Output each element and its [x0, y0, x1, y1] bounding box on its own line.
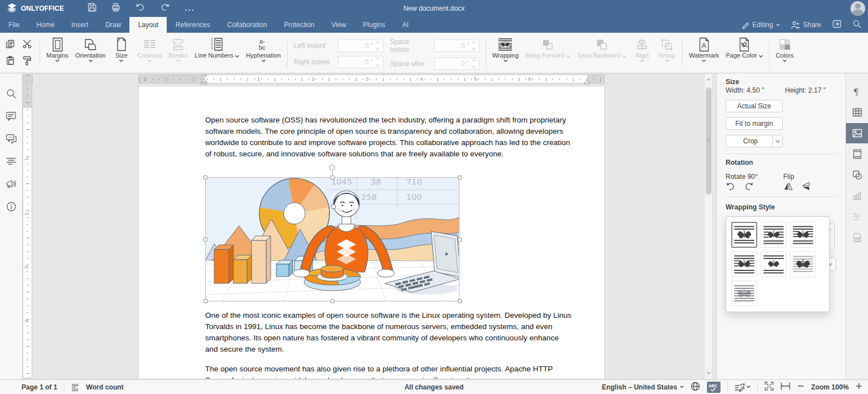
- flip-horizontal-button[interactable]: [783, 182, 793, 192]
- resize-handle-n[interactable]: [331, 176, 335, 180]
- wrapping-style-square[interactable]: [761, 222, 787, 248]
- tab-plugins[interactable]: Plugins: [354, 17, 393, 33]
- orientation-button[interactable]: Orientation: [72, 34, 109, 73]
- document-scrollbar[interactable]: [704, 74, 712, 379]
- horizontal-ruler[interactable]: 1 1 2 3 4 5 6: [138, 75, 605, 84]
- shape-settings-icon[interactable]: [846, 165, 868, 185]
- image-settings-icon[interactable]: [846, 123, 868, 143]
- save-button[interactable]: [88, 3, 97, 14]
- tab-layout[interactable]: Layout: [129, 17, 167, 33]
- paragraph[interactable]: The open source movement has also given …: [205, 364, 574, 379]
- fit-to-width-icon[interactable]: [780, 382, 791, 392]
- paste-icon[interactable]: [6, 56, 15, 68]
- tab-file[interactable]: File: [0, 17, 28, 33]
- rotate-ccw-button[interactable]: [726, 182, 736, 192]
- resize-handle-s[interactable]: [331, 299, 335, 303]
- page-color-button[interactable]: Page Color: [722, 34, 766, 73]
- tab-ai[interactable]: AI: [394, 17, 417, 33]
- resize-handle-se[interactable]: [458, 299, 462, 303]
- size-button[interactable]: Size: [109, 34, 134, 73]
- breaks-button: Breaks: [165, 34, 191, 73]
- page-number-label[interactable]: Page 1 of 1: [21, 383, 57, 391]
- chevron-down-icon[interactable]: [772, 135, 782, 147]
- right-indent-marker[interactable]: [584, 79, 591, 85]
- indent-marker[interactable]: [201, 75, 207, 85]
- format-painter-icon[interactable]: [23, 56, 32, 68]
- wrapping-style-inline[interactable]: [731, 222, 757, 248]
- zoom-level-label[interactable]: Zoom 100%: [811, 383, 849, 391]
- about-icon[interactable]: [0, 195, 23, 218]
- fit-to-page-icon[interactable]: [765, 382, 774, 392]
- more-actions-button[interactable]: [185, 3, 194, 14]
- copy-icon[interactable]: [6, 40, 15, 51]
- wrapping-style-tight[interactable]: [790, 222, 816, 248]
- tab-home[interactable]: Home: [28, 17, 63, 33]
- word-count-label[interactable]: Word count: [86, 383, 123, 391]
- print-button[interactable]: [111, 3, 120, 14]
- wrapping-style-through[interactable]: [731, 251, 757, 277]
- scrollbar-thumb[interactable]: [706, 87, 711, 195]
- image-selection-frame[interactable]: [205, 177, 459, 301]
- cut-icon[interactable]: [23, 40, 32, 51]
- zoom-out-icon[interactable]: [797, 383, 804, 391]
- wrapping-style-top-and-bottom[interactable]: [761, 251, 787, 277]
- search-icon[interactable]: [853, 20, 861, 30]
- tab-collaboration[interactable]: Collaboration: [219, 17, 276, 33]
- resize-handle-e[interactable]: [458, 238, 462, 242]
- navigation-headings-icon[interactable]: [0, 150, 23, 173]
- onlyoffice-logo-icon: [7, 3, 17, 14]
- resize-handle-nw[interactable]: [203, 176, 207, 180]
- colors-button[interactable]: Colors: [772, 34, 797, 73]
- language-selector[interactable]: English – United States: [602, 383, 684, 391]
- spell-checking-icon[interactable]: ABC: [707, 382, 721, 393]
- redo-button[interactable]: [160, 3, 170, 14]
- tab-protection[interactable]: Protection: [276, 17, 323, 33]
- editing-mode-button[interactable]: Editing: [741, 21, 780, 29]
- resize-handle-sw[interactable]: [203, 299, 207, 303]
- find-search-icon[interactable]: [0, 82, 23, 105]
- share-button[interactable]: Share: [791, 21, 821, 29]
- tab-draw[interactable]: Draw: [97, 17, 129, 33]
- wrapping-style-behind[interactable]: [731, 281, 757, 307]
- tab-view[interactable]: View: [323, 17, 355, 33]
- margins-button[interactable]: Margins: [43, 34, 72, 73]
- zoom-in-icon[interactable]: [856, 383, 862, 391]
- wrapping-style-in-front[interactable]: [790, 251, 816, 277]
- scroll-up-icon[interactable]: [706, 77, 711, 82]
- resize-handle-w[interactable]: [203, 238, 207, 242]
- crop-button[interactable]: Crop: [726, 135, 783, 147]
- rotate-handle[interactable]: [329, 165, 335, 170]
- rotate-cw-button[interactable]: [744, 182, 754, 192]
- headers-footers-settings-icon[interactable]: [846, 144, 868, 164]
- line-numbers-button[interactable]: 123 Line Numbers: [192, 34, 243, 73]
- comments-icon[interactable]: [0, 105, 23, 128]
- app-logo[interactable]: ONLYOFFICE: [7, 3, 64, 14]
- tab-insert[interactable]: Insert: [63, 17, 97, 33]
- left-sidebar: [0, 73, 23, 379]
- user-avatar[interactable]: [850, 1, 865, 16]
- spinner-icon: [471, 59, 477, 68]
- svg-text:2: 2: [211, 42, 213, 46]
- paragraph[interactable]: One of the most iconic examples of open …: [205, 310, 574, 355]
- paragraph-settings-icon[interactable]: ¶: [846, 81, 868, 102]
- paragraph[interactable]: Open source software (OSS) has revolutio…: [205, 115, 574, 160]
- watermark-button[interactable]: A Watermark: [685, 34, 722, 73]
- review-changes-button[interactable]: [735, 383, 750, 392]
- table-settings-icon[interactable]: [846, 102, 868, 122]
- tab-references[interactable]: References: [167, 17, 218, 33]
- hyphenation-button[interactable]: a-bc Hyphenation: [242, 34, 284, 73]
- scroll-down-icon[interactable]: [706, 371, 711, 375]
- send-backward-icon: [595, 37, 609, 52]
- document-page[interactable]: Open source software (OSS) has revolutio…: [138, 86, 605, 379]
- set-document-language-icon[interactable]: [691, 382, 700, 393]
- fit-to-margin-button[interactable]: Fit to margin: [726, 117, 783, 130]
- feedback-icon[interactable]: [0, 173, 23, 195]
- open-file-location-button[interactable]: [832, 20, 841, 30]
- wrapping-button[interactable]: Wrapping: [489, 34, 522, 73]
- actual-size-button[interactable]: Actual Size: [726, 100, 783, 112]
- undo-button[interactable]: [135, 3, 145, 14]
- flip-vertical-button[interactable]: [801, 182, 811, 192]
- chat-icon[interactable]: [0, 128, 23, 150]
- vertical-ruler[interactable]: 1 2 3 4: [23, 75, 32, 378]
- resize-handle-ne[interactable]: [458, 176, 462, 180]
